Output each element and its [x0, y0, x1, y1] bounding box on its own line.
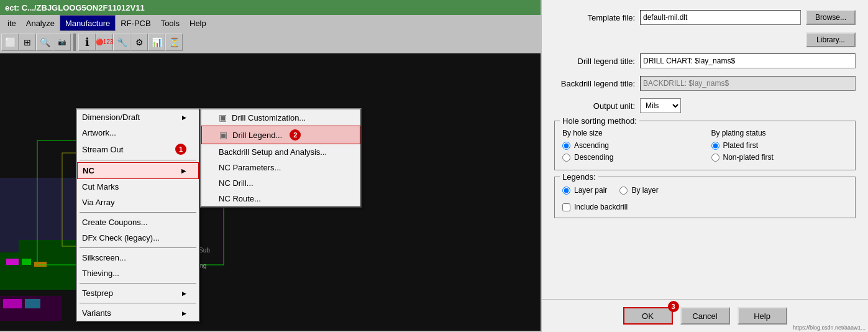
include-backdrill-checkbox[interactable]	[562, 203, 570, 211]
hole-sorting-inner: By hole size Ascending Descending By pla…	[562, 129, 847, 165]
menu-nc[interactable]: NC	[77, 162, 199, 179]
output-unit-select[interactable]: Mils Inches MM	[640, 98, 681, 113]
toolbar-btn-5[interactable]: ℹ	[78, 34, 96, 51]
svg-rect-3	[0, 252, 50, 290]
toolbar-btn-2[interactable]: ⊞	[19, 34, 36, 51]
pcb-canvas: Sub uring blot_ Dimension/Draft Artwork.…	[0, 53, 541, 331]
svg-rect-9	[25, 299, 40, 308]
descending-radio[interactable]	[562, 154, 570, 162]
menu-via-array[interactable]: Via Array	[77, 195, 199, 210]
submenu-backdrill-setup[interactable]: Backdrill Setup and Analysis...	[201, 144, 360, 160]
ascending-label: Ascending	[574, 141, 609, 150]
svg-rect-8	[3, 299, 22, 308]
right-panel: Template file: Browse... Library... Dril…	[541, 0, 868, 332]
menu-item-ite[interactable]: ite	[2, 15, 21, 31]
toolbar-btn-8[interactable]: ⚙	[130, 34, 148, 51]
toolbar-btn-10[interactable]: ⏳	[165, 34, 183, 51]
toolbar-btn-1[interactable]: ⬜	[1, 34, 19, 51]
separator-5	[80, 303, 196, 303]
separator-4	[80, 283, 196, 284]
library-button[interactable]: Library...	[806, 32, 856, 47]
backdrill-legend-row: Backdrill legend title:	[554, 76, 856, 91]
hole-sorting-section: Hole sorting method: By hole size Ascend…	[554, 121, 856, 170]
legends-row: Layer pair By layer	[562, 186, 847, 198]
menu-item-analyze[interactable]: Analyze	[21, 15, 60, 31]
drill-legend-input[interactable]	[640, 53, 856, 68]
menu-dfx-check[interactable]: DFx Check (legacy)...	[77, 230, 199, 246]
menu-bar: ite Analyze Manufacture RF-PCB Tools Hel…	[0, 15, 541, 31]
submenu-drill-legend[interactable]: ▣ Drill Legend... 2	[201, 126, 360, 144]
submenu-drill-customization[interactable]: ▣ Drill Customization...	[201, 109, 360, 126]
non-plated-first-radio[interactable]	[711, 154, 720, 162]
legends-title: Legends:	[560, 172, 598, 182]
backdrill-legend-input[interactable]	[640, 76, 856, 91]
by-layer-label: By layer	[631, 186, 658, 195]
template-file-input[interactable]	[640, 10, 801, 25]
template-file-label: Template file:	[554, 13, 635, 22]
submenu-nc-parameters[interactable]: NC Parameters...	[201, 160, 360, 175]
plated-first-radio[interactable]	[711, 142, 720, 150]
help-button[interactable]: Help	[738, 307, 787, 325]
svg-rect-5	[22, 259, 31, 265]
cancel-button[interactable]: Cancel	[680, 307, 730, 325]
svg-rect-4	[6, 259, 19, 265]
by-hole-size-header: By hole size	[562, 129, 699, 137]
menu-item-help[interactable]: Help	[185, 15, 211, 31]
separator-1	[80, 160, 196, 160]
separator-2	[80, 212, 196, 213]
menu-stream-out[interactable]: Stream Out 1	[77, 141, 199, 158]
include-backdrill-row: Include backdrill	[562, 203, 847, 211]
toolbar: ⬜ ⊞ 🔍 📷 ℹ 🔴123 🔧 ⚙ 📊 ⏳	[0, 31, 541, 53]
svg-rect-6	[34, 262, 47, 267]
by-layer-radio[interactable]	[619, 187, 628, 195]
left-panel: ect: C.../ZBJGLOOG5ON2F11012V11 ite Anal…	[0, 0, 541, 332]
menu-dimension-draft[interactable]: Dimension/Draft	[77, 109, 199, 125]
menu-variants[interactable]: Variants	[77, 305, 199, 321]
submenu-nc-route[interactable]: NC Route...	[201, 191, 360, 206]
drill-legend-label: Drill legend title:	[554, 57, 635, 66]
legends-section: Legends: Layer pair By layer Include bac…	[554, 177, 856, 218]
separator-3	[80, 247, 196, 248]
layer-pair-row: Layer pair	[562, 186, 607, 195]
output-unit-row: Output unit: Mils Inches MM	[554, 98, 856, 113]
menu-silkscreen[interactable]: Silkscreen...	[77, 250, 199, 265]
descending-row: Descending	[562, 153, 699, 162]
menu-testprep[interactable]: Testprep	[77, 285, 199, 301]
by-layer-row: By layer	[619, 186, 658, 195]
watermark: https://blog.csdn.net/aaaw1...	[793, 325, 866, 331]
ok-button[interactable]: OK	[623, 307, 673, 325]
non-plated-first-label: Non-plated first	[723, 153, 774, 162]
menu-item-rf-pcb[interactable]: RF-PCB	[116, 15, 155, 31]
menu-item-tools[interactable]: Tools	[156, 15, 185, 31]
ascending-row: Ascending	[562, 141, 699, 150]
menu-item-manufacture[interactable]: Manufacture	[60, 15, 116, 31]
manufacture-dropdown[interactable]: Dimension/Draft Artwork... Stream Out 1 …	[76, 108, 200, 322]
non-plated-first-row: Non-plated first	[711, 153, 848, 162]
submenu-nc-drill[interactable]: NC Drill...	[201, 175, 360, 191]
step-badge-3: 3	[668, 301, 679, 312]
backdrill-legend-label: Backdrill legend title:	[554, 79, 635, 88]
by-plating-header: By plating status	[711, 129, 848, 137]
layer-pair-label: Layer pair	[574, 186, 607, 195]
browse-button[interactable]: Browse...	[806, 10, 856, 25]
toolbar-btn-7[interactable]: 🔧	[113, 34, 130, 51]
menu-thieving[interactable]: Thieving...	[77, 265, 199, 281]
toolbar-btn-3[interactable]: 🔍	[36, 34, 53, 51]
toolbar-btn-6[interactable]: 🔴123	[96, 34, 113, 51]
svg-text:Sub: Sub	[199, 247, 210, 254]
ascending-radio[interactable]	[562, 142, 570, 150]
toolbar-btn-9[interactable]: 📊	[148, 34, 165, 51]
toolbar-btn-4[interactable]: 📷	[53, 34, 71, 51]
template-file-row: Template file: Browse...	[554, 10, 856, 25]
include-backdrill-label: Include backdrill	[574, 203, 628, 211]
menu-cut-marks[interactable]: Cut Marks	[77, 179, 199, 195]
nc-submenu[interactable]: ▣ Drill Customization... ▣ Drill Legend.…	[200, 108, 362, 208]
step-badge-2: 2	[290, 129, 301, 141]
layer-pair-radio[interactable]	[562, 187, 570, 195]
drill-legend-row: Drill legend title:	[554, 53, 856, 68]
step-badge-1: 1	[175, 144, 186, 155]
menu-create-coupons[interactable]: Create Coupons...	[77, 214, 199, 230]
hole-sorting-title: Hole sorting method:	[560, 116, 639, 126]
plated-first-label: Plated first	[723, 141, 759, 150]
menu-artwork[interactable]: Artwork...	[77, 125, 199, 141]
